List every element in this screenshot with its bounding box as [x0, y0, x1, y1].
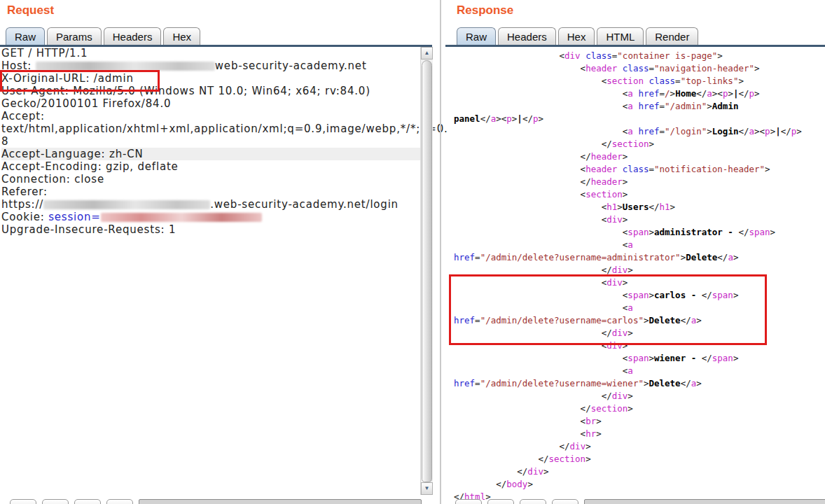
- code-segment: >: [754, 63, 760, 74]
- code-segment: </: [649, 202, 659, 212]
- scroll-down-button[interactable]: ▼: [421, 482, 433, 495]
- code-segment: div: [612, 265, 628, 275]
- code-line: GET / HTTP/1.1: [1, 47, 420, 59]
- code-segment: =: [475, 252, 480, 262]
- code-segment: "navigation-header": [654, 63, 754, 74]
- code-segment: "/admin/delete?username=wiener": [480, 378, 644, 388]
- code-segment: carlos -: [654, 290, 702, 300]
- code-segment: section: [585, 189, 623, 200]
- response-tab-raw[interactable]: Raw: [457, 27, 496, 46]
- scrollbar-thumb[interactable]: [422, 60, 432, 482]
- code-segment: 8: [1, 135, 8, 148]
- search-bar-button[interactable]: [74, 499, 101, 504]
- code-segment: >: [670, 202, 676, 212]
- code-segment: </: [696, 88, 707, 99]
- request-panel-title: Request: [7, 4, 54, 18]
- code-segment: >: [628, 391, 633, 401]
- code-segment: >: [649, 139, 654, 149]
- search-bar-button[interactable]: [10, 499, 36, 504]
- code-segment: a: [628, 126, 633, 136]
- request-tab-raw[interactable]: Raw: [6, 27, 45, 46]
- code-line: <header class="navigation-header">: [454, 62, 824, 75]
- code-segment: /: [665, 88, 670, 99]
- code-segment: GET / HTTP/1.1: [1, 47, 88, 59]
- code-segment: </: [454, 139, 612, 149]
- code-segment: <: [454, 416, 585, 426]
- code-segment: </: [717, 252, 728, 262]
- code-segment: </: [454, 176, 591, 187]
- code-line: href="/admin/delete?username=carlos">Del…: [454, 314, 824, 327]
- code-segment: |: [517, 113, 522, 124]
- code-segment: <: [454, 214, 606, 225]
- request-tab-headers[interactable]: Headers: [104, 27, 162, 46]
- code-segment: hr: [585, 428, 596, 439]
- code-segment: [617, 63, 623, 74]
- code-segment: class: [649, 76, 675, 86]
- code-segment: href: [638, 88, 659, 99]
- code-segment: <: [454, 365, 628, 376]
- code-line: <span>carlos - </span>: [454, 289, 824, 302]
- response-tab-render[interactable]: Render: [646, 27, 698, 46]
- code-segment: a: [749, 126, 755, 136]
- code-segment: .web-security-academy.net/login: [210, 198, 398, 211]
- code-line: <a: [454, 302, 824, 314]
- code-segment: <: [454, 202, 606, 212]
- code-segment: "/admin/delete?username=carlos": [480, 315, 644, 326]
- code-segment: div: [612, 328, 628, 338]
- code-segment: section: [591, 403, 628, 414]
- request-tab-params[interactable]: Params: [47, 27, 102, 46]
- code-segment: <: [454, 126, 628, 136]
- response-tab-html[interactable]: HTML: [597, 27, 644, 46]
- code-segment: h1: [660, 202, 670, 212]
- panel-divider[interactable]: [440, 0, 441, 504]
- search-bar-button[interactable]: [455, 499, 482, 504]
- search-bar-button[interactable]: [106, 499, 133, 504]
- code-line: text/html,application/xhtml+xml,applicat…: [1, 122, 420, 135]
- code-segment: text/html,application/xhtml+xml,applicat…: [1, 122, 448, 135]
- code-line: <a href="/admin">Admin: [454, 100, 824, 113]
- request-tab-hex[interactable]: Hex: [163, 27, 200, 46]
- code-line: Upgrade-Insecure-Requests: 1: [1, 223, 420, 236]
- code-segment: <: [454, 290, 628, 300]
- code-segment: "container is-page": [617, 50, 717, 61]
- code-segment: >: [623, 189, 628, 200]
- code-segment: >: [623, 277, 628, 288]
- redacted-text: [36, 62, 215, 71]
- scroll-up-button[interactable]: ▲: [421, 47, 433, 59]
- code-segment: </: [454, 466, 527, 477]
- code-segment: a: [628, 101, 633, 111]
- response-tab-headers[interactable]: Headers: [498, 27, 556, 46]
- code-segment: header: [591, 176, 623, 187]
- code-segment: wiener -: [654, 353, 702, 363]
- search-input[interactable]: [584, 499, 825, 504]
- code-line: href="/admin/delete?username=administrat…: [454, 251, 824, 264]
- search-input[interactable]: [139, 499, 422, 504]
- code-segment: >: [765, 164, 770, 174]
- code-segment: =: [649, 63, 654, 74]
- scroll-up-icon: ▲: [422, 48, 432, 59]
- search-bar-button[interactable]: [42, 499, 69, 504]
- request-scrollbar[interactable]: ▲ ▼: [420, 47, 433, 495]
- code-line: X-Original-URL: /admin: [1, 72, 420, 85]
- search-bar-button[interactable]: [487, 499, 514, 504]
- code-segment: span: [628, 227, 649, 237]
- code-segment: class: [623, 164, 649, 174]
- code-segment: <: [454, 428, 585, 439]
- search-bar-button[interactable]: [520, 499, 546, 504]
- code-line: <a href="/login">Login</a><p>|</p>: [454, 125, 824, 138]
- response-tab-hex[interactable]: Hex: [558, 27, 595, 46]
- code-segment: div: [606, 277, 623, 288]
- search-bar-button[interactable]: [552, 499, 578, 504]
- code-line: <hr>: [454, 428, 824, 440]
- code-segment: >: [623, 176, 628, 187]
- code-segment: >: [733, 290, 739, 300]
- code-segment: Home: [675, 88, 696, 99]
- code-segment: a: [628, 365, 633, 376]
- code-segment: =: [660, 126, 665, 136]
- code-line: Accept-Language: zh-CN: [1, 148, 420, 160]
- code-line: Cookie: session=: [1, 211, 420, 223]
- request-raw-editor[interactable]: GET / HTTP/1.1Host: web-security-academy…: [1, 47, 420, 236]
- code-segment: Login: [712, 126, 739, 136]
- response-raw-editor[interactable]: <div class="container is-page"> <header …: [454, 47, 824, 503]
- code-segment: Accept-Language: zh-CN: [1, 148, 143, 160]
